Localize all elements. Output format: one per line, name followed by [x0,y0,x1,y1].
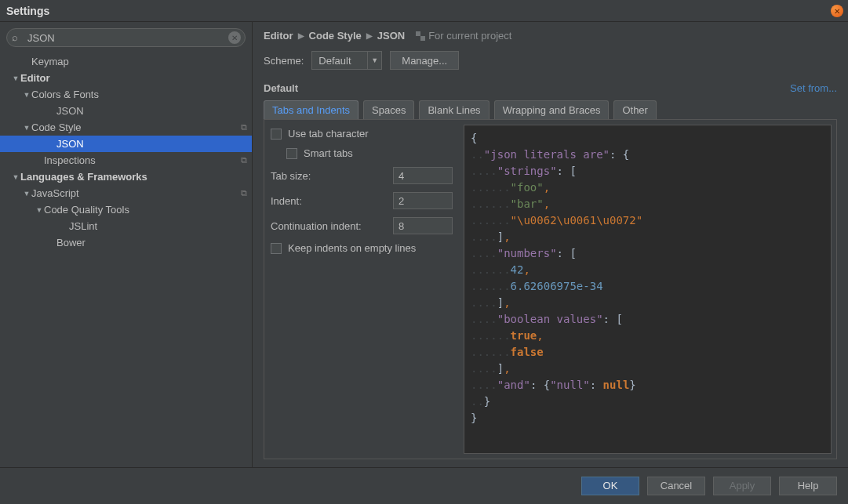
breadcrumb-part: Code Style [309,30,362,42]
tree-item-jslint[interactable]: JSLint [0,218,252,234]
main-panel: Editor ▶ Code Style ▶ JSON For current p… [253,22,848,467]
continuation-input[interactable] [393,217,453,234]
settings-tree: Keymap ▼Editor ▼Colors & Fonts JSON ▼Cod… [0,52,252,467]
help-button[interactable]: Help [779,477,837,495]
tree-item-codestyle-json[interactable]: JSON [0,136,252,152]
sidebar: ⌕ ✕ Keymap ▼Editor ▼Colors & Fonts JSON … [0,22,253,467]
search-field: ⌕ ✕ [6,28,246,47]
apply-button[interactable]: Apply [713,477,771,495]
indent-settings: Use tab character Smart tabs Tab size: I… [264,120,459,459]
chevron-down-icon: ▼ [11,173,20,181]
chevron-down-icon: ▼ [22,190,31,198]
cancel-button[interactable]: Cancel [647,477,705,495]
tab-size-input[interactable] [393,167,453,184]
tree-item-inspections[interactable]: Inspections⧉ [0,152,252,169]
breadcrumb: Editor ▶ Code Style ▶ JSON For current p… [253,22,848,46]
scheme-label: Scheme: [264,55,304,67]
dialog-footer: OK Cancel Apply Help [0,467,848,503]
ok-button[interactable]: OK [581,477,639,495]
chevron-right-icon: ▶ [298,31,304,40]
tree-item-lang-fw[interactable]: ▼Languages & Frameworks [0,169,252,185]
code-preview: { .."json literals are": { ...."strings"… [464,125,832,454]
breadcrumb-part: Editor [264,30,293,42]
tab-size-label: Tab size: [271,170,311,182]
tree-item-colors-json[interactable]: JSON [0,103,252,119]
chevron-right-icon: ▶ [366,31,373,40]
tab-spaces[interactable]: Spaces [363,100,414,119]
copy-icon: ⧉ [241,155,247,165]
tree-item-colors-fonts[interactable]: ▼Colors & Fonts [0,86,252,103]
search-input[interactable] [6,28,246,47]
project-icon [416,31,425,41]
tabs: Tabs and Indents Spaces Blank Lines Wrap… [253,100,848,119]
smart-tabs-checkbox[interactable] [286,148,297,159]
chevron-down-icon: ▼ [11,74,20,82]
set-from-link[interactable]: Set from... [790,82,837,94]
copy-icon: ⧉ [241,122,247,132]
manage-button[interactable]: Manage... [390,51,459,70]
tree-item-cqt[interactable]: ▼Code Quality Tools [0,201,252,218]
scheme-name: Default [264,82,298,94]
project-scope-label: For current project [416,30,511,42]
tree-item-bower[interactable]: Bower [0,234,252,251]
use-tab-checkbox[interactable] [271,129,282,140]
keep-indents-checkbox[interactable] [271,243,282,254]
titlebar: Settings ✕ [0,0,848,22]
tree-item-javascript[interactable]: ▼JavaScript⧉ [0,185,252,201]
copy-icon: ⧉ [241,188,247,198]
chevron-down-icon: ▼ [22,124,31,132]
search-icon: ⌕ [12,31,18,43]
window-title: Settings [6,5,49,17]
tab-tabs-indents[interactable]: Tabs and Indents [264,100,358,119]
tab-wrapping[interactable]: Wrapping and Braces [494,100,610,119]
scheme-select[interactable]: Default ▼ [311,51,382,70]
indent-input[interactable] [393,192,453,209]
clear-icon[interactable]: ✕ [228,31,241,44]
use-tab-label: Use tab character [288,128,369,140]
tab-blank-lines[interactable]: Blank Lines [419,100,489,119]
close-icon[interactable]: ✕ [831,5,843,17]
indent-label: Indent: [271,195,302,207]
continuation-label: Continuation indent: [271,220,362,232]
tree-item-keymap[interactable]: Keymap [0,53,252,70]
smart-tabs-label: Smart tabs [304,147,353,159]
keep-indents-label: Keep indents on empty lines [288,242,416,254]
chevron-down-icon: ▼ [22,91,31,99]
chevron-down-icon: ▼ [35,206,44,214]
tab-other[interactable]: Other [613,100,657,119]
chevron-down-icon: ▼ [367,52,381,69]
breadcrumb-part: JSON [377,30,405,42]
tree-item-editor[interactable]: ▼Editor [0,70,252,86]
tree-item-code-style[interactable]: ▼Code Style⧉ [0,119,252,136]
